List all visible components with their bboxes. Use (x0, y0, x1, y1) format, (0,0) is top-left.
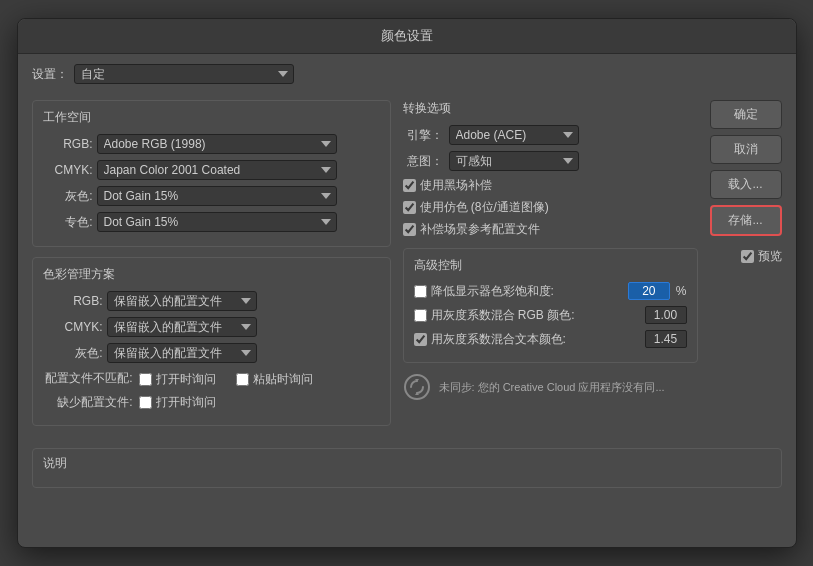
profile-mismatch-row: 配置文件不匹配: 打开时询问 粘贴时询问 (43, 369, 380, 388)
missing-profile-label: 缺少配置文件: (43, 394, 133, 411)
preview-row: 预览 (710, 248, 782, 265)
intent-select[interactable]: 可感知 (449, 151, 579, 171)
cmgmt-gray-label: 灰色: (43, 345, 103, 362)
settings-label: 设置： (32, 66, 68, 83)
cmgmt-gray-row: 灰色: 保留嵌入的配置文件 (43, 343, 380, 363)
missing-profile-open-checkbox[interactable] (139, 396, 152, 409)
load-button[interactable]: 载入... (710, 170, 782, 199)
cmgmt-cmyk-label: CMYK: (43, 320, 103, 334)
desaturate-checkbox[interactable] (414, 285, 427, 298)
description-label: 说明 (43, 456, 67, 470)
left-panel: 工作空间 RGB: Adobe RGB (1998) CMYK: Japan C… (32, 100, 391, 436)
cmgmt-cmyk-row: CMYK: 保留嵌入的配置文件 (43, 317, 380, 337)
dither-check[interactable]: 使用仿色 (8位/通道图像) (403, 199, 698, 216)
sync-text: 未同步: 您的 Creative Cloud 应用程序没有同... (439, 380, 665, 395)
cmyk-label: CMYK: (43, 163, 93, 177)
cmgmt-rgb-select[interactable]: 保留嵌入的配置文件 (107, 291, 257, 311)
blend-rgb-row: 用灰度系数混合 RGB 颜色: (414, 306, 687, 324)
blend-text-label: 用灰度系数混合文本颜色: (431, 331, 641, 348)
rgb-label: RGB: (43, 137, 93, 151)
right-buttons: 确定 取消 载入... 存储... 预览 (710, 100, 782, 436)
profile-mismatch-paste-check[interactable]: 粘贴时询问 (236, 371, 313, 388)
workspace-title: 工作空间 (43, 109, 380, 126)
svg-point-0 (405, 375, 429, 399)
engine-label: 引擎： (403, 127, 443, 144)
missing-profile-open-check[interactable]: 打开时询问 (139, 394, 216, 411)
cmgmt-cmyk-select[interactable]: 保留嵌入的配置文件 (107, 317, 257, 337)
missing-profile-row: 缺少配置文件: 打开时询问 (43, 394, 380, 411)
blend-text-row: 用灰度系数混合文本颜色: (414, 330, 687, 348)
engine-row: 引擎： Adobe (ACE) (403, 125, 698, 145)
right-panel: 转换选项 引擎： Adobe (ACE) 意图： 可感知 (403, 100, 698, 436)
preview-label: 预览 (758, 248, 782, 265)
rgb-select[interactable]: Adobe RGB (1998) (97, 134, 337, 154)
desaturate-row: 降低显示器色彩饱和度: % (414, 282, 687, 300)
blend-text-checkbox[interactable] (414, 333, 427, 346)
dither-checkbox[interactable] (403, 201, 416, 214)
gray-row: 灰色: Dot Gain 15% (43, 186, 380, 206)
cancel-button[interactable]: 取消 (710, 135, 782, 164)
color-mgmt-title: 色彩管理方案 (43, 266, 380, 283)
advanced-section: 高级控制 降低显示器色彩饱和度: % 用灰度系数混合 RGB 颜色: 用灰度系数… (403, 248, 698, 363)
cmgmt-rgb-row: RGB: 保留嵌入的配置文件 (43, 291, 380, 311)
cmgmt-rgb-label: RGB: (43, 294, 103, 308)
spot-select[interactable]: Dot Gain 15% (97, 212, 337, 232)
spot-label: 专色: (43, 214, 93, 231)
color-settings-dialog: 颜色设置 设置： 自定 工作空间 RGB: Adobe RGB (1998) C… (17, 18, 797, 548)
convert-section: 转换选项 引擎： Adobe (ACE) 意图： 可感知 (403, 100, 698, 238)
confirm-button[interactable]: 确定 (710, 100, 782, 129)
black-point-check[interactable]: 使用黑场补偿 (403, 177, 698, 194)
gray-select[interactable]: Dot Gain 15% (97, 186, 337, 206)
convert-title: 转换选项 (403, 100, 698, 117)
blend-rgb-checkbox[interactable] (414, 309, 427, 322)
intent-label: 意图： (403, 153, 443, 170)
color-mgmt-section: 色彩管理方案 RGB: 保留嵌入的配置文件 CMYK: 保留嵌入的配置文件 灰色… (32, 257, 391, 426)
convert-checkboxes: 使用黑场补偿 使用仿色 (8位/通道图像) 补偿场景参考配置文件 (403, 177, 698, 238)
profile-mismatch-open-check[interactable]: 打开时询问 (139, 371, 216, 388)
cmgmt-gray-select[interactable]: 保留嵌入的配置文件 (107, 343, 257, 363)
desaturate-label: 降低显示器色彩饱和度: (431, 283, 624, 300)
spot-row: 专色: Dot Gain 15% (43, 212, 380, 232)
profile-mismatch-label: 配置文件不匹配: (43, 370, 133, 387)
cmyk-row: CMYK: Japan Color 2001 Coated (43, 160, 380, 180)
profile-mismatch-checks: 打开时询问 粘贴时询问 (139, 371, 313, 388)
profile-mismatch-paste-checkbox[interactable] (236, 373, 249, 386)
dialog-title: 颜色设置 (18, 19, 796, 54)
blend-text-input[interactable] (645, 330, 687, 348)
gray-label: 灰色: (43, 188, 93, 205)
save-button[interactable]: 存储... (710, 205, 782, 236)
sync-icon (403, 373, 431, 401)
settings-select[interactable]: 自定 (74, 64, 294, 84)
rgb-row: RGB: Adobe RGB (1998) (43, 134, 380, 154)
blend-rgb-input[interactable] (645, 306, 687, 324)
sync-row: 未同步: 您的 Creative Cloud 应用程序没有同... (403, 373, 698, 401)
compensate-check[interactable]: 补偿场景参考配置文件 (403, 221, 698, 238)
desaturate-input[interactable] (628, 282, 670, 300)
black-point-checkbox[interactable] (403, 179, 416, 192)
desaturate-unit: % (676, 284, 687, 298)
intent-row: 意图： 可感知 (403, 151, 698, 171)
cmyk-select[interactable]: Japan Color 2001 Coated (97, 160, 337, 180)
engine-select[interactable]: Adobe (ACE) (449, 125, 579, 145)
compensate-checkbox[interactable] (403, 223, 416, 236)
workspace-section: 工作空间 RGB: Adobe RGB (1998) CMYK: Japan C… (32, 100, 391, 247)
preview-checkbox[interactable] (741, 250, 754, 263)
blend-rgb-label: 用灰度系数混合 RGB 颜色: (431, 307, 641, 324)
profile-mismatch-open-checkbox[interactable] (139, 373, 152, 386)
description-section: 说明 (32, 448, 782, 488)
advanced-title: 高级控制 (414, 257, 687, 274)
